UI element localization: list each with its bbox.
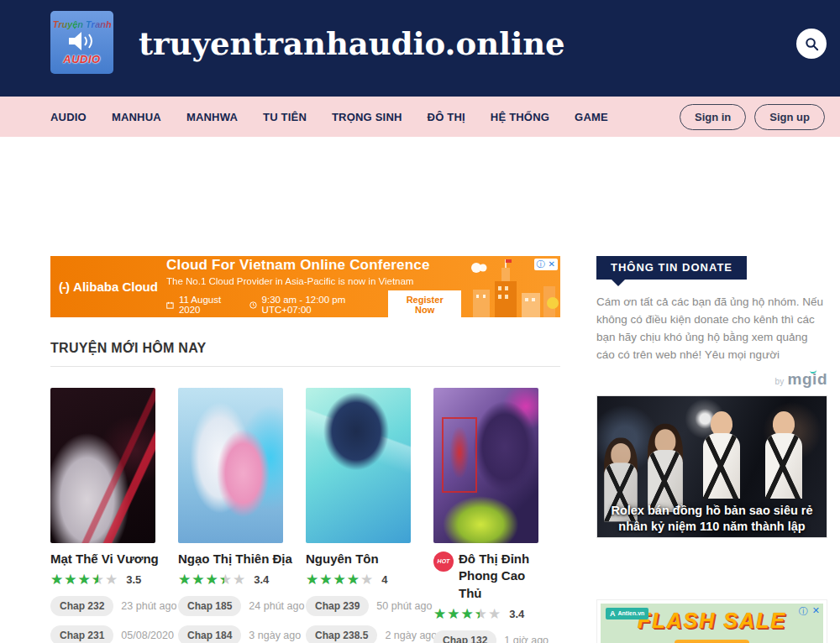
ad-choices: ⓘ ✕ (534, 259, 558, 270)
mgid-brand-label: mgid (788, 370, 827, 388)
logo-text: Truyện Tranh (53, 19, 112, 29)
comic-card: HOT Đô Thị Đỉnh Phong Cao Thủ ★★★★★★★★★★… (433, 388, 561, 643)
chapter-badge[interactable]: Chap 132 (433, 630, 496, 643)
flash-sale-ad[interactable]: A Antien.vn ⓘ ✕ FLASH SALE XEM NGAY (596, 599, 827, 643)
search-icon (804, 36, 820, 52)
ad-meta: 11 August 2020 9:30 am - 12:00 pm UTC+07… (166, 290, 461, 317)
chapter-row: Chap 231 05/08/2020 (50, 625, 178, 643)
mgid-by-label: by (775, 377, 785, 386)
comic-card: Ngạo Thị Thiên Địa ★★★★★★★★★★ 3.4 Chap 1… (178, 388, 306, 643)
donate-text: Cám ơn tất cả các bạn đã ủng hộ nhóm. Nế… (596, 294, 827, 364)
chapter-badge[interactable]: Chap 231 (50, 625, 113, 643)
stars-filled-icon: ★★★★★ (433, 607, 480, 621)
rating-value: 4 (381, 573, 387, 586)
nav-item-tu-tien[interactable]: TU TIÊN (263, 111, 307, 123)
nav-item-audio[interactable]: AUDIO (50, 111, 87, 123)
comic-cover[interactable] (306, 388, 411, 543)
nav-item-do-thi[interactable]: ĐÔ THỊ (428, 111, 465, 123)
ad-choices: ⓘ ✕ (799, 605, 820, 618)
chapter-row: Chap 132 1 giờ ago (433, 630, 561, 643)
chapter-badge[interactable]: Chap 184 (178, 625, 241, 643)
chapter-badge[interactable]: Chap 238.5 (306, 625, 377, 643)
stars-filled-icon: ★★★★★ (50, 572, 98, 587)
chapter-time: 50 phút ago (376, 600, 432, 612)
chapter-row: Chap 184 3 ngày ago (178, 625, 306, 643)
auth-buttons: Sign in Sign up (680, 104, 825, 130)
main-nav: AUDIO MANHUA MANHWA TU TIÊN TRỌNG SINH Đ… (0, 97, 840, 137)
nav-item-game[interactable]: GAME (575, 111, 608, 123)
comic-title[interactable]: HOT Đô Thị Đỉnh Phong Cao Thủ (433, 551, 551, 602)
clock-icon (249, 301, 257, 310)
chapter-row: Chap 232 23 phút ago (50, 596, 178, 616)
comic-title-text: Đô Thị Đỉnh Phong Cao Thủ (459, 551, 551, 602)
rating-stars: ★★★★★★★★★★ 4 (306, 572, 433, 587)
nav-items: AUDIO MANHUA MANHWA TU TIÊN TRỌNG SINH Đ… (50, 111, 680, 123)
comic-title[interactable]: Nguyên Tôn (306, 551, 423, 567)
flash-ad-brand: A Antien.vn (606, 608, 648, 619)
sign-in-button[interactable]: Sign in (680, 104, 746, 130)
rating-stars: ★★★★★★★★★★ 3.4 (178, 572, 306, 587)
site-title[interactable]: truyentranhaudio.online (139, 25, 565, 62)
chapter-row: Chap 239 50 phút ago (306, 596, 433, 616)
brand-name: Antien.vn (618, 610, 645, 616)
chapter-badge[interactable]: Chap 185 (178, 596, 241, 616)
alibaba-logo-mark: (-) (59, 280, 69, 294)
comic-cover[interactable] (433, 388, 538, 543)
brand-mark: A (610, 609, 616, 618)
comic-card: Mạt Thế Vi Vương ★★★★★★★★★★ 3.5 Chap 232… (50, 388, 178, 643)
chapter-time: 24 phút ago (249, 600, 304, 612)
rating-value: 3.4 (254, 573, 269, 586)
nav-item-manhwa[interactable]: MANHWA (186, 111, 238, 123)
section-divider (50, 366, 560, 367)
chapter-row: Chap 238.5 2 ngày ago (306, 625, 433, 643)
alibaba-brand-name: Alibaba Cloud (73, 280, 158, 294)
comic-title[interactable]: Mạt Thế Vi Vương (50, 551, 168, 567)
hot-badge: HOT (433, 552, 454, 572)
nav-item-he-thong[interactable]: HỆ THỐNG (491, 111, 549, 123)
info-icon[interactable]: ⓘ (537, 260, 545, 269)
ad-date: 11 August 2020 (179, 295, 233, 315)
alibaba-logo: (-) Alibaba Cloud (50, 280, 166, 294)
comic-grid: Mạt Thế Vi Vương ★★★★★★★★★★ 3.5 Chap 232… (50, 388, 560, 643)
chapter-badge[interactable]: Chap 232 (50, 596, 113, 616)
content-column: (-) Alibaba Cloud Cloud For Vietnam Onli… (50, 256, 560, 643)
alibaba-ad-banner[interactable]: (-) Alibaba Cloud Cloud For Vietnam Onli… (50, 256, 560, 317)
native-ad[interactable]: Rolex bán đồng hồ bản sao siêu rẻ nhân k… (596, 395, 827, 538)
chapter-time: 1 giờ ago (504, 635, 549, 643)
sign-up-button[interactable]: Sign up (754, 104, 825, 130)
ad-banner-text: Cloud For Vietnam Online Conference The … (166, 256, 461, 317)
chapter-time: 3 ngày ago (249, 630, 301, 641)
chapter-time: 23 phút ago (121, 600, 176, 612)
section-title: TRUYỆN MỚI HÔM NAY (50, 341, 560, 356)
header: Truyện Tranh AUDIO truyentranhaudio.onli… (0, 0, 840, 97)
rating-stars: ★★★★★★★★★★ 3.5 (50, 572, 178, 587)
nav-item-manhua[interactable]: MANHUA (112, 111, 161, 123)
close-icon[interactable]: ✕ (549, 260, 555, 269)
comic-cover[interactable] (50, 388, 155, 543)
comic-card: Nguyên Tôn ★★★★★★★★★★ 4 Chap 239 50 phút… (306, 388, 433, 643)
chapter-time: 2 ngày ago (385, 630, 437, 641)
site-logo[interactable]: Truyện Tranh AUDIO (50, 11, 113, 74)
xem-ngay-button[interactable]: XEM NGAY (675, 640, 748, 643)
stars-filled-icon: ★★★★★ (306, 572, 360, 587)
rating-stars: ★★★★★★★★★★ 3.4 (433, 607, 561, 621)
comic-title[interactable]: Ngạo Thị Thiên Địa (178, 551, 296, 567)
nav-item-trong-sinh[interactable]: TRỌNG SINH (332, 111, 402, 123)
info-icon[interactable]: ⓘ (799, 605, 808, 618)
chapter-row: Chap 185 24 phút ago (178, 596, 306, 616)
chapter-badge[interactable]: Chap 239 (306, 596, 369, 616)
logo-audio-label: AUDIO (63, 53, 100, 65)
speaker-icon (66, 30, 99, 52)
native-ad-caption[interactable]: Rolex bán đồng hồ bản sao siêu rẻ nhân k… (597, 503, 827, 533)
calendar-icon (166, 301, 174, 310)
cover-calligraphy (442, 417, 477, 493)
donate-ribbon: THÔNG TIN DONATE (596, 256, 747, 280)
main-content: (-) Alibaba Cloud Cloud For Vietnam Onli… (0, 256, 840, 643)
rating-value: 3.5 (126, 573, 141, 586)
search-button[interactable] (796, 29, 827, 59)
ad-time: 9:30 am - 12:00 pm UTC+07:00 (262, 295, 372, 315)
close-icon[interactable]: ✕ (812, 605, 820, 618)
comic-cover[interactable] (178, 388, 283, 543)
mgid-logo[interactable]: by mgid (596, 370, 827, 389)
register-now-button[interactable]: Register Now (388, 290, 461, 317)
